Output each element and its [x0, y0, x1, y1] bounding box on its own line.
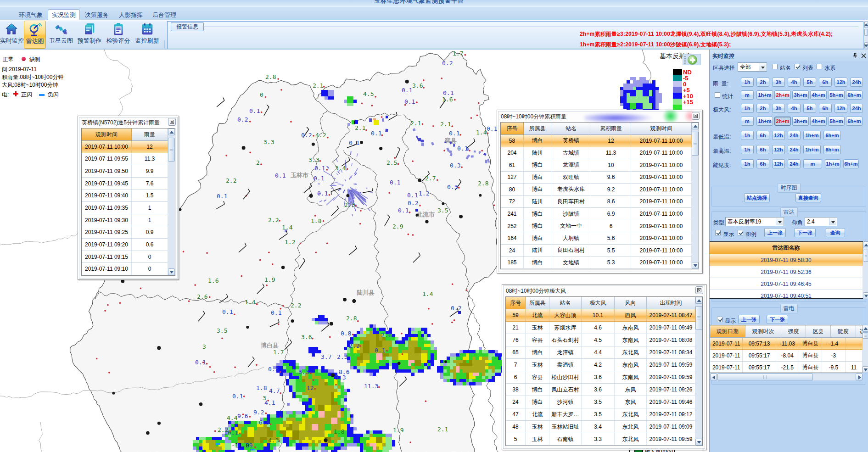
btn-windm-5h+m[interactable]: 5h+m: [828, 117, 845, 126]
toolbar-button-1[interactable]: 实时监控: [0, 21, 23, 49]
table-row[interactable]: 185博白文地镇5.32019-07-11 10:00: [501, 257, 699, 269]
btn-wind-5h[interactable]: 5h: [803, 104, 816, 113]
toolbar-button-5[interactable]: 检验评分: [105, 21, 132, 49]
tab-4[interactable]: 人影指挥: [115, 10, 146, 20]
table-row[interactable]: 2019-07-11 09:100: [82, 263, 175, 275]
btn-rain-12h[interactable]: 12h: [834, 78, 847, 87]
panel-close-button[interactable]: [695, 286, 703, 294]
lightning-column-header[interactable]: 陡度: [831, 325, 856, 338]
checkbox-水系[interactable]: [817, 64, 822, 69]
sidebar-close-icon[interactable]: [861, 53, 866, 58]
table-row[interactable]: 72陆川良田车田村8.62019-07-11 10:00: [501, 196, 699, 208]
lightning-column-header[interactable]: 强度: [781, 325, 806, 338]
table-row[interactable]: 6容县松山沙田村3.6东南风2019-07-11 09:59: [506, 371, 702, 384]
radar-legend-checkbox[interactable]: [738, 230, 743, 235]
btn-rain-2h[interactable]: 2h: [756, 78, 769, 87]
btn-rainm-6h+m[interactable]: 6h+m: [846, 90, 862, 100]
btn-windm-1h+m[interactable]: 1h+m: [756, 117, 773, 126]
btn-vis-6h+m[interactable]: 6h+m: [843, 159, 859, 168]
btn-wind-3h[interactable]: 3h: [772, 104, 785, 113]
scrollbar-thumb[interactable]: [692, 132, 699, 156]
county-select-dropdown[interactable]: 全部: [738, 62, 767, 72]
btn-windm-3h+m[interactable]: 3h+m: [792, 117, 809, 126]
rain-detail-panel[interactable]: 英桥镇(N5702)逐5分钟累计雨量观测时间雨量2019-07-11 10:00…: [78, 116, 179, 280]
lightning-row[interactable]: 2019-07-1109:55:17-8.04博白县-3: [710, 350, 862, 362]
btn-tmin-1h[interactable]: 1h: [741, 131, 754, 140]
btn-lightning-next[interactable]: 下一张: [767, 315, 788, 324]
btn-windm-m[interactable]: m: [741, 117, 754, 126]
scrollbar-thumb[interactable]: [863, 250, 868, 262]
btn-direct-query[interactable]: 直接查询: [795, 193, 821, 202]
scrollbar-up-button[interactable]: [168, 128, 175, 135]
column-header[interactable]: 观测时间: [82, 128, 132, 141]
table-row[interactable]: 2019-07-11 09:509.9: [82, 165, 175, 178]
tab-5[interactable]: 后台管理: [149, 10, 180, 20]
table-row[interactable]: 2019-07-11 09:5511.3: [82, 153, 175, 166]
column-header[interactable]: 序号: [506, 297, 526, 309]
table-row[interactable]: 58博白英桥镇122019-07-11 10:00: [501, 135, 699, 147]
table-row[interactable]: 24陆川良田石垌村5.52019-07-11 10:00: [501, 245, 699, 257]
scrollbar-down-button[interactable]: [864, 42, 868, 49]
table-row[interactable]: 5玉林石南镇3.3东北风2019-07-11 09:59: [506, 433, 702, 446]
table-row[interactable]: 127博白双旺镇9.62019-07-11 10:00: [501, 172, 699, 184]
scrollbar-thumb[interactable]: [695, 306, 702, 330]
lightning-column-header[interactable]: 区县: [806, 325, 831, 338]
column-header[interactable]: 序号: [501, 123, 524, 135]
tab-2[interactable]: 实况监测: [48, 9, 80, 21]
column-header[interactable]: 出现时间: [647, 297, 695, 309]
btn-rainm-5h+m[interactable]: 5h+m: [828, 90, 845, 100]
btn-tmin-6h[interactable]: 6h: [756, 131, 769, 140]
table-row[interactable]: 252博白文地一中62019-07-11 10:00: [501, 220, 699, 233]
btn-radar-next[interactable]: 下一张: [794, 228, 816, 237]
lightning-show-checkbox[interactable]: [717, 317, 722, 322]
column-header[interactable]: 观测时间: [631, 123, 692, 135]
table-row[interactable]: 24博白沙河镇3.5东风2019-07-11 09:46: [506, 396, 702, 408]
scrollbar-down-button[interactable]: [862, 366, 868, 373]
btn-wind-12h[interactable]: 12h: [834, 104, 847, 113]
table-row[interactable]: 65博白龙潭镇4.4东北风2019-07-11 08:34: [506, 346, 702, 359]
btn-vis-24h[interactable]: 24h: [788, 159, 801, 168]
btn-tmax-1h+m[interactable]: 1h+m: [803, 145, 821, 154]
btn-rain-24h[interactable]: 24h: [850, 78, 863, 87]
radar-list-scrollbar[interactable]: [863, 241, 868, 299]
column-header[interactable]: 累积雨量: [591, 123, 631, 135]
table-row[interactable]: 2019-07-11 09:301: [82, 214, 175, 227]
btn-vis-12h[interactable]: 12h: [772, 159, 785, 168]
lightning-column-header[interactable]: 观测时次: [745, 325, 781, 338]
radar-type-dropdown[interactable]: 基本反射率19: [725, 217, 784, 226]
btn-tmin-6h+m[interactable]: 6h+m: [823, 131, 841, 140]
radar-show-checkbox[interactable]: [715, 230, 721, 235]
radar-list-row[interactable]: 2019-07-11 09:52:36: [710, 266, 863, 278]
column-header[interactable]: 风向: [615, 297, 647, 309]
btn-vis-1h[interactable]: 1h: [741, 159, 754, 168]
tab-3[interactable]: 决策服务: [81, 10, 112, 20]
btn-tmax-6h[interactable]: 6h: [756, 145, 769, 154]
alarm-scrollbar[interactable]: [864, 21, 868, 49]
table-row[interactable]: 2019-07-11 09:401.5: [82, 190, 175, 202]
tab-1[interactable]: 环境气象: [15, 10, 46, 20]
map-zoom-button[interactable]: [683, 54, 701, 65]
table-row[interactable]: 2019-07-11 09:457.6: [82, 178, 175, 190]
column-header[interactable]: 所属县: [526, 297, 549, 309]
scrollbar-up-button[interactable]: [863, 241, 868, 248]
lightning-column-header[interactable]: 误差: [856, 325, 862, 338]
btn-rain-5h[interactable]: 5h: [803, 78, 816, 87]
btn-rainm-4h+m[interactable]: 4h+m: [810, 90, 827, 100]
column-header[interactable]: 极大风: [582, 297, 615, 309]
toolbar-button-6[interactable]: 监控刷新: [134, 21, 161, 49]
scrollbar-thumb[interactable]: [862, 332, 868, 339]
table-row[interactable]: 2019-07-11 09:200.6: [82, 239, 175, 251]
table-row[interactable]: 76容县石头石剑村4.5东南风2019-07-11 08:08: [506, 334, 702, 346]
wind-panel[interactable]: 08时~10时00分钟极大风序号所属县站名极大风风向出现时间59北流大容山顶10…: [502, 284, 706, 450]
table-row[interactable]: 2019-07-11 09:351: [82, 202, 175, 214]
btn-tmax-24h[interactable]: 24h: [788, 145, 801, 154]
btn-rainm-m[interactable]: m: [741, 90, 754, 100]
radar-list-row[interactable]: 2019-07-11 09:58:30: [710, 254, 863, 266]
btn-tmin-12h[interactable]: 12h: [772, 131, 785, 140]
scrollbar-up-button[interactable]: [695, 297, 702, 304]
btn-tmax-1h[interactable]: 1h: [741, 145, 754, 154]
scrollbar-thumb[interactable]: [864, 29, 868, 36]
lightning-table-scrollbar[interactable]: [862, 325, 868, 373]
btn-station-select[interactable]: 站点选择: [744, 193, 770, 202]
table-row[interactable]: 2019-07-11 09:250.9: [82, 226, 175, 239]
